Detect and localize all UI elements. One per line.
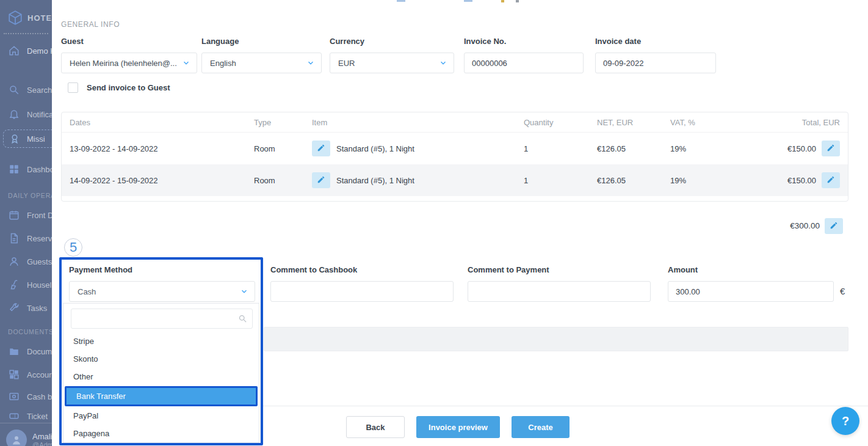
ticket-icon <box>9 411 20 422</box>
invoice-no-input[interactable] <box>464 53 584 73</box>
sidebar-section-documents: DOCUMENTS <box>0 328 52 335</box>
comment-cashbook-label: Comment to Cashbook <box>270 265 357 274</box>
table-row: 13-09-2022 - 14-09-2022 Room Standard (#… <box>62 133 848 164</box>
invoice-date-input[interactable] <box>595 53 716 73</box>
invoice-create-page: HOTE Demo H Search Notifica Missi Dashbo… <box>0 0 868 446</box>
header-item: Item <box>312 118 516 127</box>
invoice-items-table: Dates Type Item Quantity NET, EUR VAT, %… <box>61 112 848 202</box>
bank-transfer-annotation-box: Bank Transfer <box>65 386 258 406</box>
search-icon <box>238 314 247 323</box>
back-button[interactable]: Back <box>346 416 405 438</box>
cell-item: Standard (#5), 1 Night <box>336 176 414 185</box>
edit-row-total-button[interactable] <box>822 172 840 188</box>
invoice-date-label: Invoice date <box>595 37 641 46</box>
language-select[interactable]: English <box>201 53 322 73</box>
dropdown-option-papagena[interactable]: Papagena <box>63 425 259 442</box>
sidebar-item-label: Guests <box>27 257 52 266</box>
cell-quantity: 1 <box>516 144 590 153</box>
comment-cashbook-input[interactable] <box>270 281 454 302</box>
dropdown-option-skonto[interactable]: Skonto <box>63 350 259 368</box>
amount-input[interactable] <box>668 281 834 302</box>
guest-label: Guest <box>61 37 84 46</box>
dropdown-option-other[interactable]: Other <box>63 368 259 386</box>
guest-select[interactable]: Helen Meirina (helenhelen@... <box>61 53 197 73</box>
hotelfriend-cube-icon <box>7 10 23 26</box>
sidebar-item-label: Search <box>27 86 52 95</box>
cell-quantity: 1 <box>516 176 590 185</box>
app-logo-text: HOTE <box>27 13 52 23</box>
cell-vat: 19% <box>663 144 736 153</box>
sidebar-item-demo-hotel[interactable]: Demo H <box>0 44 52 57</box>
invoice-preview-button[interactable]: Invoice preview <box>416 416 500 438</box>
cell-total: €150.00 <box>787 176 816 185</box>
edit-item-button[interactable] <box>312 172 330 188</box>
sidebar-item-search[interactable]: Search <box>0 83 52 97</box>
sidebar-item-missions[interactable]: Missi <box>3 130 52 148</box>
sidebar-user-profile[interactable]: Amali @Adm <box>0 423 52 446</box>
edit-grand-total-button[interactable] <box>825 218 843 234</box>
sidebar-item-label: Front D <box>27 211 52 220</box>
send-invoice-checkbox-row[interactable]: Send invoice to Guest <box>68 82 170 93</box>
pencil-icon <box>317 144 325 154</box>
sidebar-item-cashbook[interactable]: Cash b <box>0 390 52 403</box>
app-logo[interactable]: HOTE <box>0 0 52 26</box>
reservation-icon <box>9 233 20 244</box>
cell-dates: 13-09-2022 - 14-09-2022 <box>70 144 254 153</box>
edit-item-button[interactable] <box>312 141 330 156</box>
currency-select[interactable]: EUR <box>330 53 454 73</box>
table-header-row: Dates Type Item Quantity NET, EUR VAT, %… <box>62 112 848 133</box>
sidebar-item-accounting[interactable]: Accour <box>0 368 52 381</box>
dropdown-option-paypal[interactable]: PayPal <box>63 407 259 425</box>
create-button[interactable]: Create <box>512 416 570 438</box>
sidebar-item-label: Demo H <box>27 46 52 56</box>
payment-method-dropdown: Stripe Skonto Other Bank Transfer PayPal… <box>63 303 259 443</box>
sidebar-item-dashboard[interactable]: Dashbo <box>0 163 52 176</box>
collapsed-section-bar <box>264 327 848 351</box>
sidebar-item-label: Housel <box>27 280 51 290</box>
sidebar-item-guests[interactable]: Guests <box>0 255 52 268</box>
payment-method-select[interactable]: Cash <box>69 281 255 302</box>
bell-icon <box>9 109 20 120</box>
documents-icon <box>9 346 20 357</box>
pencil-icon <box>317 175 325 186</box>
dropdown-search-input[interactable] <box>71 309 253 329</box>
chevron-down-icon <box>306 59 315 67</box>
currency-select-value: EUR <box>338 59 355 68</box>
user-role: @Adm <box>32 441 52 446</box>
language-label: Language <box>201 37 239 46</box>
cell-net: €126.05 <box>590 144 663 153</box>
grand-total-value: €300.00 <box>671 221 820 230</box>
sidebar-item-notifications[interactable]: Notifica <box>0 108 52 121</box>
top-edge-fragment <box>397 0 405 2</box>
sidebar-section-daily-operations: DAILY OPERA <box>0 192 52 199</box>
tasks-icon <box>9 302 20 313</box>
sidebar-item-label: Accour <box>27 370 51 379</box>
comment-payment-input[interactable] <box>468 281 651 302</box>
dropdown-option-bank-transfer[interactable]: Bank Transfer <box>67 388 256 404</box>
help-button[interactable]: ? <box>831 407 859 435</box>
sidebar-item-reservations[interactable]: Reserv <box>0 232 52 245</box>
sidebar-item-tickets[interactable]: Ticket <box>0 409 52 423</box>
send-invoice-label: Send invoice to Guest <box>87 83 170 92</box>
currency-label: Currency <box>330 37 364 46</box>
header-type: Type <box>254 118 312 127</box>
header-net: NET, EUR <box>590 118 663 127</box>
edit-row-total-button[interactable] <box>822 141 840 156</box>
cell-vat: 19% <box>663 176 736 185</box>
sidebar-item-front-desk[interactable]: Front D <box>0 208 52 222</box>
home-icon <box>9 45 20 56</box>
sidebar-item-documents[interactable]: Docum <box>0 345 52 358</box>
header-quantity: Quantity <box>516 118 590 127</box>
sidebar-item-housekeeping[interactable]: Housel <box>0 278 52 291</box>
amount-currency-symbol: € <box>840 286 845 296</box>
cashbook-icon <box>9 391 20 402</box>
pencil-icon <box>826 144 835 154</box>
pencil-icon <box>826 175 835 186</box>
top-edge-fragment <box>516 0 519 2</box>
dropdown-option-stripe[interactable]: Stripe <box>63 332 259 350</box>
footer-divider <box>262 406 868 406</box>
cell-net: €126.05 <box>590 176 663 185</box>
sidebar-item-tasks[interactable]: Tasks <box>0 301 52 315</box>
send-invoice-checkbox[interactable] <box>68 82 78 93</box>
payment-method-value: Cash <box>78 287 96 296</box>
